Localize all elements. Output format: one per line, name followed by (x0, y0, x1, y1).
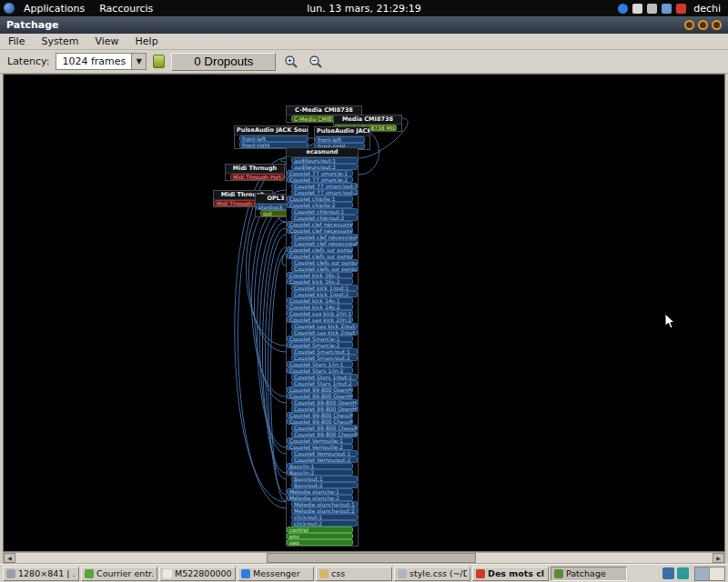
volume-icon[interactable] (632, 4, 642, 14)
port[interactable]: Couplet clef nécessaire:2 (287, 227, 353, 234)
taskbar-item[interactable]: Des mots cl... (472, 567, 549, 581)
port[interactable]: Couplet sax kick 2/in:2 (287, 316, 353, 323)
port[interactable]: Couplet Smarcle:1 (287, 336, 353, 342)
zoom-out-icon[interactable] (307, 53, 325, 71)
port[interactable]: Couplet kick 16s:1 (287, 272, 353, 278)
port[interactable]: Bass/out:2 (291, 482, 358, 488)
port[interactable]: auditeurs/out:1 (291, 157, 358, 164)
maximize-button[interactable] (698, 20, 708, 30)
port[interactable]: Couplet Verrouille:2 (287, 444, 353, 450)
minimize-button[interactable] (684, 20, 694, 30)
port[interactable]: Couplet Verrou/out:1 (291, 450, 358, 457)
taskbar-item[interactable]: Patchage (551, 567, 627, 581)
horizontal-scrollbar[interactable]: ◀ ▶ (3, 552, 725, 564)
port[interactable]: Couplet kick 14s:1 (287, 297, 353, 304)
port[interactable]: Couplet Verrou/out:2 (291, 457, 358, 463)
port[interactable]: Couplet sax kick 2/out:2 (291, 329, 358, 336)
patch-cable[interactable] (252, 203, 287, 396)
chat-round-icon[interactable] (618, 4, 628, 14)
menu-view[interactable]: View (86, 35, 126, 47)
port[interactable]: Couplet 77 smarcle:1 (287, 170, 353, 176)
close-button[interactable] (712, 20, 722, 30)
node-pulse-source[interactable]: PulseAudio JACK Sourcefront-leftfront-ri… (234, 125, 308, 149)
distro-logo-icon[interactable] (4, 3, 15, 14)
menu-file[interactable]: File (0, 35, 33, 47)
taskbar-item[interactable]: 1280×841 | ... (3, 567, 79, 581)
node-midi-through-out[interactable]: Midi ThroughMidi Through Port-0 (225, 164, 285, 181)
tray-app-1-icon[interactable] (662, 567, 674, 579)
port[interactable]: Mélodie planche/out:1 (291, 501, 358, 507)
port[interactable]: Couplet 99-800 ChessMat/in:1 (287, 412, 353, 418)
port[interactable]: Couplet Stars 1/out:1 (291, 374, 358, 380)
taskbar-item[interactable]: Messenger (238, 567, 314, 581)
patch-cable[interactable] (271, 254, 287, 501)
port[interactable]: Couplet sax kick 2/in:1 (287, 310, 353, 316)
port[interactable]: Mélodie planche:2 (287, 495, 353, 501)
menu-system[interactable]: System (33, 35, 86, 47)
port[interactable]: Couplet clefs sur parquet/out:2 (291, 266, 358, 272)
clock-applet[interactable]: lun. 13 mars, 21:29:19 (307, 3, 421, 15)
menu-help[interactable]: Help (127, 35, 167, 47)
port[interactable]: Couplet 99-800 ChessMat/out:1 (291, 425, 358, 431)
port[interactable]: auditeurs/out:2 (291, 164, 358, 170)
port[interactable]: Mélodie planche:1 (287, 488, 353, 495)
port[interactable]: Midi Through Port-0 (230, 174, 284, 180)
port[interactable]: Couplet chip/out:1 (291, 208, 358, 215)
port[interactable]: Couplet kick 16s:2 (287, 278, 353, 285)
window-titlebar[interactable]: Patchage (0, 16, 728, 34)
port[interactable]: Mélodie planche/out:2 (291, 507, 358, 514)
port[interactable]: Bass/in:2 (287, 469, 353, 476)
taskbar-item[interactable]: css (316, 567, 392, 581)
port[interactable]: Couplet Stars 1/out:2 (291, 380, 358, 386)
dropouts-button[interactable]: 0 Dropouts (171, 53, 276, 71)
port[interactable]: Couplet clef nécess/out:2 (291, 240, 358, 246)
port[interactable]: Couplet 99-800 ChessMat/out:2 (291, 431, 358, 437)
port[interactable]: Couplet Smarcle:2 (287, 342, 353, 348)
port[interactable]: Couplet Smarc/out:1 (291, 348, 358, 355)
port[interactable]: front-left (239, 135, 308, 142)
port[interactable]: Couplet 77 smarc/out:1 (291, 183, 358, 189)
user-label[interactable]: dechi (691, 3, 721, 15)
scroll-right-icon[interactable]: ▶ (713, 553, 724, 563)
port[interactable]: click/out:2 (291, 520, 358, 527)
zoom-in-icon[interactable] (282, 53, 300, 71)
port[interactable]: Couplet Stars 1/in:1 (287, 361, 353, 367)
port[interactable]: Couplet 99-800 OpenHat/in:1 (287, 386, 353, 393)
port[interactable]: Couplet kick 14s:2 (287, 304, 353, 310)
port[interactable]: Couplet kick 1/out:1 (291, 285, 358, 291)
port[interactable]: Couplet Verrouille:1 (287, 437, 353, 444)
volume-2-icon[interactable] (647, 4, 657, 14)
taskbar-item[interactable]: M522800000... (159, 567, 236, 581)
port[interactable]: Couplet Stars 1/in:2 (287, 367, 353, 374)
port[interactable]: Couplet 77 smarc/out:2 (291, 189, 358, 196)
port[interactable]: Couplet clefs sur parquet/out:1 (291, 259, 358, 266)
notification-icon[interactable] (676, 4, 686, 14)
taskbar-item[interactable]: style.css (~/D... (394, 567, 470, 581)
port[interactable]: Couplet 99-800 OpenHat/out:1 (291, 399, 358, 406)
port[interactable]: Couplet chipîle:2 (287, 202, 353, 208)
patchbay-canvas[interactable]: C-Media CMI8738C-Media CMI8738 MIDI 1Med… (3, 74, 725, 552)
shortcuts-menu[interactable]: Raccourcis (94, 3, 158, 15)
chevron-down-icon[interactable]: ▼ (131, 53, 147, 70)
patch-cable[interactable] (263, 228, 287, 473)
port[interactable]: Couplet sax kick 2/out:1 (291, 323, 358, 329)
latency-combobox[interactable]: 1024 frames ▼ (56, 53, 147, 70)
scroll-left-icon[interactable]: ◀ (4, 553, 15, 563)
port[interactable]: Couplet 99-800 ChessMat/in:2 (287, 418, 353, 425)
port[interactable]: Couplet Smarc/out:2 (291, 355, 358, 361)
port[interactable]: Couplet kick 1/out:2 (291, 291, 358, 297)
node-ecasound[interactable]: ecasoundauditeurs/out:1auditeurs/out:2Co… (286, 147, 359, 547)
applications-menu[interactable]: Applications (18, 3, 90, 15)
port[interactable]: Couplet chipîle:1 (287, 196, 353, 202)
port[interactable]: click/out:1 (291, 514, 358, 520)
port[interactable]: Couplet clefs sur parquet/in:2 (287, 253, 353, 259)
port[interactable]: front-left (315, 136, 365, 143)
taskbar-item[interactable]: Courrier entr... (81, 567, 157, 581)
latency-value[interactable]: 1024 frames (56, 53, 131, 70)
scrollbar-trough[interactable] (15, 553, 713, 563)
port[interactable]: Couplet clef nécessaire:1 (287, 221, 353, 227)
port[interactable]: seq (287, 539, 353, 546)
port[interactable]: Couplet clef nécess/out:1 (291, 234, 358, 240)
port[interactable]: Bass/out:1 (291, 476, 358, 482)
port[interactable]: env (287, 533, 353, 539)
